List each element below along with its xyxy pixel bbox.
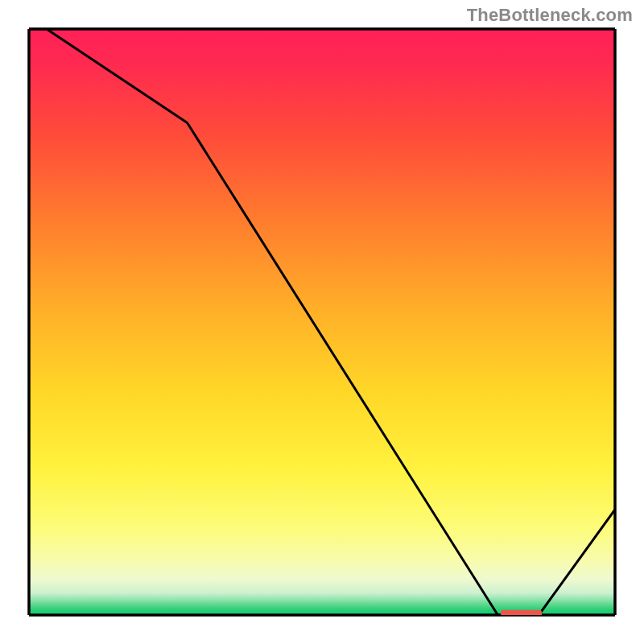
gradient-background — [29, 29, 615, 615]
watermark-text: TheBottleneck.com — [467, 5, 633, 26]
chart-container: TheBottleneck.com — [0, 0, 644, 644]
bottleneck-chart — [0, 0, 644, 644]
